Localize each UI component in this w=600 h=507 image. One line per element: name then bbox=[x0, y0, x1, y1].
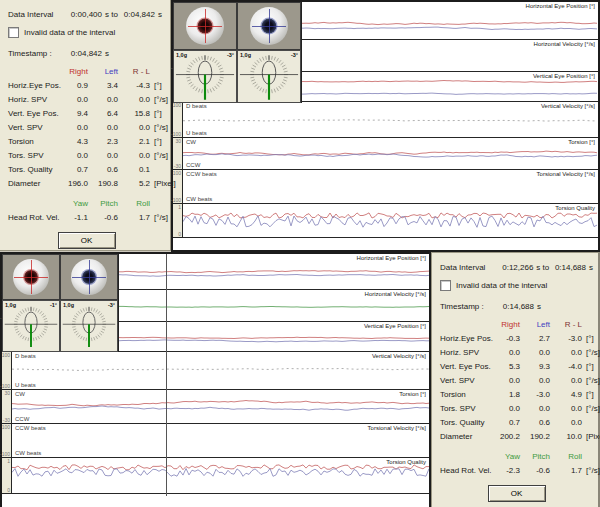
right-eye-video bbox=[173, 2, 237, 50]
head-column-headers: Yaw Pitch Roll bbox=[440, 450, 593, 464]
plot-area[interactable]: Torsion [°]CWCCW bbox=[11, 390, 429, 423]
measurement-row: Tors. Quality 0.7 0.6 0.1 bbox=[8, 163, 165, 177]
measurement-table: Horiz.Eye Pos. -0.3 2.7 -3.0 [°] Horiz. … bbox=[440, 332, 593, 444]
tick-label: 100 bbox=[2, 352, 10, 358]
ok-button[interactable]: OK bbox=[58, 232, 116, 249]
head-rot-vel-label: Head Rot. Vel. bbox=[440, 464, 494, 478]
left-value: 0.0 bbox=[88, 121, 118, 135]
left-column-header: Left bbox=[88, 65, 118, 79]
measurement-row: Horiz. SPV 0.0 0.0 0.0 [°/s] bbox=[8, 93, 165, 107]
right-value: 1.8 bbox=[494, 388, 520, 402]
rl-value: -4.3 bbox=[118, 79, 150, 93]
row-label: Tors. SPV bbox=[8, 149, 62, 163]
invalid-data-checkbox[interactable] bbox=[8, 27, 19, 38]
ok-button[interactable]: OK bbox=[488, 485, 546, 502]
beat-label-bottom: CW beats bbox=[186, 196, 212, 202]
right-value: -0.3 bbox=[494, 332, 520, 346]
chart-panel: 100-100Torsional Velocity [°/s]CCW beats… bbox=[2, 424, 429, 458]
rl-value: 0.0 bbox=[550, 374, 582, 388]
row-label: Tors. Quality bbox=[8, 163, 62, 177]
row-unit: [°/s] bbox=[150, 149, 168, 163]
row-unit: [°] bbox=[582, 388, 594, 402]
right-value: 0.9 bbox=[62, 79, 88, 93]
tick-label: 1 bbox=[178, 204, 181, 210]
row-unit: [Pixel] bbox=[150, 177, 176, 191]
row-unit: [°/s] bbox=[582, 402, 600, 416]
invalid-data-label: Invalid data of the interval bbox=[24, 28, 115, 37]
tick-label: 100 bbox=[173, 170, 181, 176]
invalid-data-checkbox-row[interactable]: Invalid data of the interval bbox=[8, 26, 165, 39]
roll-header: Roll bbox=[118, 197, 150, 211]
plot-area[interactable]: Torsional Velocity [°/s]CCW beatsCW beat… bbox=[182, 170, 598, 203]
plot-area[interactable]: Vertical Velocity [°/s]D beatsU beats bbox=[11, 352, 429, 389]
row-unit: [°/s] bbox=[150, 93, 168, 107]
rl-value: 10.0 bbox=[550, 430, 582, 444]
row-unit: [°] bbox=[582, 360, 594, 374]
panel-title: Torsion Quality bbox=[555, 205, 595, 211]
beat-label-top: D beats bbox=[186, 103, 207, 109]
rl-value: 0.1 bbox=[118, 163, 150, 177]
panel-title: Torsion [°] bbox=[399, 391, 426, 397]
right-value: 0.7 bbox=[494, 416, 520, 430]
measurement-row: Horiz. SPV 0.0 0.0 0.0 [°/s] bbox=[440, 346, 593, 360]
panel-title: Vertical Velocity [°/s] bbox=[372, 353, 426, 359]
trace-canvas bbox=[183, 138, 598, 169]
plot-area[interactable]: Torsion [°]CWCCW bbox=[182, 138, 598, 169]
signal-trace bbox=[183, 120, 597, 121]
row-label: Horiz. SPV bbox=[440, 346, 494, 360]
tick-label: -100 bbox=[0, 383, 10, 389]
tick-label: -100 bbox=[171, 131, 181, 137]
tick-label: -30 bbox=[174, 163, 181, 169]
right-value: 0.0 bbox=[494, 374, 520, 388]
head-rot-vel-unit: [°/s] bbox=[150, 211, 168, 225]
rl-value: 4.9 bbox=[550, 388, 582, 402]
invalid-data-checkbox-row[interactable]: Invalid data of the interval bbox=[440, 279, 593, 292]
right-value: 196.0 bbox=[62, 177, 88, 191]
row-unit: [°] bbox=[150, 135, 165, 149]
interval-to-value: 0:14,688 bbox=[552, 263, 586, 272]
right-value: 0.0 bbox=[62, 121, 88, 135]
tick-label: 0 bbox=[7, 487, 10, 493]
left-column-header: Left bbox=[520, 318, 550, 332]
beat-label-bottom: CCW bbox=[186, 162, 200, 168]
plot-area[interactable]: Vertical Velocity [°/s]D beatsU beats bbox=[182, 102, 598, 137]
g-force-label: 1,0g bbox=[176, 52, 187, 58]
right-eye-crosshair-v-icon bbox=[205, 9, 206, 44]
recording-window-bottom: 30-30Horizontal Eye Position [°]100-100H… bbox=[0, 252, 431, 507]
timestamp-label: Timestamp : bbox=[8, 49, 68, 58]
left-value: 190.8 bbox=[88, 177, 118, 191]
plot-area[interactable]: Torsion Quality bbox=[182, 204, 598, 237]
timestamp-value: 0:04,842 bbox=[68, 49, 102, 58]
signal-trace bbox=[12, 469, 429, 477]
head-rot-vel-row: Head Rot. Vel. -1.1 -0.6 1.7 [°/s] bbox=[8, 211, 165, 225]
head-angle-label: -3° bbox=[291, 52, 298, 58]
right-value: 0.0 bbox=[62, 149, 88, 163]
trace-canvas bbox=[183, 204, 598, 237]
head-rot-vel-row: Head Rot. Vel. -2.3 -0.6 1.7 [°/s] bbox=[440, 464, 593, 478]
timestamp-unit-label: s bbox=[537, 302, 541, 311]
invalid-data-checkbox[interactable] bbox=[440, 280, 451, 291]
measurement-row: Torsion 1.8 -3.0 4.9 [°] bbox=[440, 388, 593, 402]
row-unit: [°/s] bbox=[582, 346, 600, 360]
plot-area[interactable]: Torsional Velocity [°/s]CCW beatsCW beat… bbox=[11, 424, 429, 457]
chart-panel: 100-100Torsional Velocity [°/s]CCW beats… bbox=[173, 170, 598, 204]
plot-area[interactable]: Torsion Quality bbox=[11, 458, 429, 493]
rl-value: 15.8 bbox=[118, 107, 150, 121]
head-dial-icon bbox=[3, 301, 59, 351]
beat-label-top: CCW beats bbox=[186, 171, 217, 177]
panel-title: Vertical Velocity [°/s] bbox=[541, 103, 595, 109]
interval-unit-label: s bbox=[158, 10, 162, 19]
row-unit: [°] bbox=[582, 332, 594, 346]
interval-from-value: 0:12,266 bbox=[500, 263, 534, 272]
row-label: Torsion bbox=[440, 388, 494, 402]
right-column-header: Right bbox=[494, 318, 520, 332]
time-cursor[interactable] bbox=[166, 254, 167, 496]
column-headers: Right Left R - L bbox=[8, 65, 165, 79]
signal-trace bbox=[183, 154, 597, 157]
data-interval-label: Data Interval bbox=[8, 10, 68, 19]
head-angle-label: -3° bbox=[108, 302, 115, 308]
tick-label: -100 bbox=[0, 451, 10, 457]
chart-panel: 30-30Torsion [°]CWCCW bbox=[173, 138, 598, 170]
head-roll-dial-right: 1,0g -3° bbox=[173, 50, 237, 103]
y-axis-ticks: 30-30 bbox=[2, 390, 11, 423]
